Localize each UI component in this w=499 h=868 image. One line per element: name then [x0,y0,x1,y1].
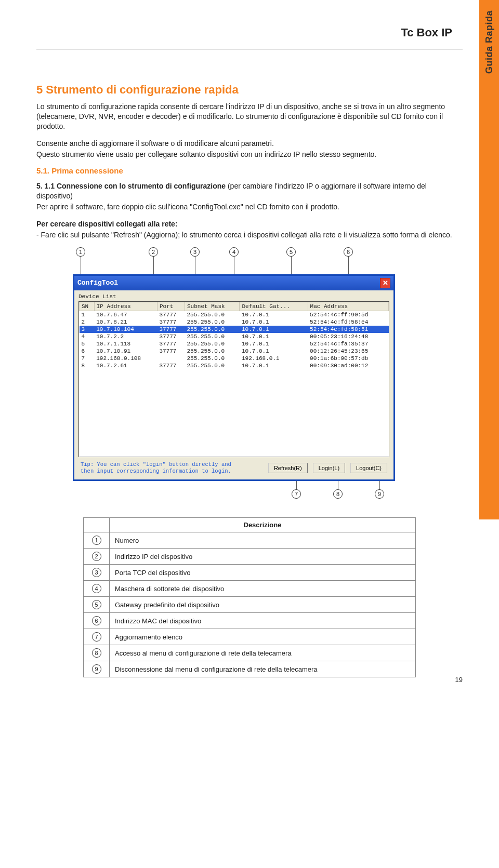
device-cell: 10.7.10.104 [94,326,157,333]
device-table: SNIP AddressPortSubnet MaskDefault Gat..… [79,302,389,369]
paragraph-search: Per cercare dispositivi collegati alla r… [36,219,463,229]
callout-line [153,257,154,274]
device-cell: 00:09:30:ad:00:12 [308,362,388,369]
device-col-header: IP Address [94,302,157,311]
desc-text-cell: Indirizzo MAC del dispositivo [110,613,416,629]
device-cell: 37777 [157,340,185,348]
callout-circle: 9 [375,489,384,499]
device-cell: 192.168.0.1 [240,355,308,362]
paragraph-connection: 5. 1.1 Connessione con lo strumento di c… [36,181,463,201]
device-cell: 00:1a:6b:90:57:db [308,355,388,362]
callouts-top: 123456 [73,247,395,274]
desc-header: Descrizione [110,518,416,532]
desc-num-circle: 3 [92,568,101,577]
desc-num-circle: 8 [92,648,101,658]
desc-text-cell: Gateway predefinito del dispositivo [110,597,416,613]
login-button[interactable]: Login(L) [313,463,345,473]
desc-text-cell: Porta TCP del dispositivo [110,565,416,581]
device-cell: 52:54:4c:fd:58:e4 [308,318,388,326]
desc-num-circle: 2 [92,552,101,561]
desc-row: 5Gateway predefinito del dispositivo [84,597,416,613]
device-cell: 00:05:23:16:24:48 [308,333,388,340]
desc-text-cell: Indirizzo IP del dispositivo [110,549,416,565]
callout-line [291,257,292,274]
desc-num-circle: 5 [92,600,101,609]
desc-row: 2Indirizzo IP del dispositivo [84,549,416,565]
device-cell: 255.255.0.0 [185,355,240,362]
callout-line [348,257,349,274]
callouts-bottom: 789 [73,481,395,502]
device-cell: 255.255.0.0 [185,340,240,348]
desc-text-cell: Aggiornamento elenco [110,629,416,645]
device-cell: 37777 [157,333,185,340]
desc-num-cell: 2 [84,549,110,565]
paragraph-intro-3: Questo strumento viene usato per collega… [36,150,463,159]
device-cell: 10.7.8.21 [94,318,157,326]
desc-num-cell: 4 [84,581,110,597]
device-cell: 10.7.0.1 [240,348,308,355]
device-cell: 1 [80,311,95,318]
callout-line [296,481,297,489]
device-cell: 5 [80,340,95,348]
device-col-header: Mac Address [308,302,388,311]
device-cell: 52:54:4c:ff:90:5d [308,311,388,318]
device-cell: 37777 [157,311,185,318]
desc-num-circle: 6 [92,616,101,625]
subsection-heading: 5.1. Prima connessione [36,166,463,175]
device-cell [157,355,185,362]
device-cell: 255.255.0.0 [185,362,240,369]
callout-line [234,257,234,274]
window-titlebar: ConfigTool ✕ [74,276,393,290]
device-cell: 52:54:4c:fa:35:37 [308,340,388,348]
device-cell: 37777 [157,362,185,369]
callout-line [81,257,81,274]
device-row[interactable]: 7192.168.0.108255.255.0.0192.168.0.100:1… [80,355,389,362]
desc-row: 7Aggiornamento elenco [84,629,416,645]
device-cell: 10.7.0.1 [240,311,308,318]
callout-circle: 3 [190,247,200,257]
paragraph-open-sw: Per aprire il software, fare doppio clic… [36,202,463,212]
device-cell: 3 [80,326,95,333]
device-cell: 10.7.6.47 [94,311,157,318]
device-cell: 37777 [157,326,185,333]
callout-circle: 1 [76,247,85,257]
desc-num-cell: 5 [84,597,110,613]
device-row[interactable]: 510.7.1.11337777255.255.0.010.7.0.152:54… [80,340,389,348]
device-cell: 255.255.0.0 [185,348,240,355]
desc-num-cell: 6 [84,613,110,629]
device-row[interactable]: 310.7.10.10437777255.255.0.010.7.0.152:5… [80,326,389,333]
device-cell: 7 [80,355,95,362]
device-cell: 37777 [157,348,185,355]
device-cell: 37777 [157,318,185,326]
device-cell: 10.7.0.1 [240,362,308,369]
desc-row: 4Maschera di sottorete del dispositivo [84,581,416,597]
close-icon[interactable]: ✕ [380,278,390,288]
desc-num-cell: 1 [84,532,110,549]
logout-button[interactable]: Logout(C) [350,463,387,473]
device-row[interactable]: 410.7.2.237777255.255.0.010.7.0.100:05:2… [80,333,389,340]
device-cell: 2 [80,318,95,326]
connection-lead: 5. 1.1 Connessione con lo strumento di c… [36,182,226,190]
device-cell: 10.7.0.1 [240,333,308,340]
window-title: ConfigTool [77,279,118,287]
callout-circle: 8 [333,489,343,499]
device-cell: 10.7.0.1 [240,318,308,326]
device-cell: 10.7.0.1 [240,326,308,333]
device-row[interactable]: 110.7.6.4737777255.255.0.010.7.0.152:54:… [80,311,389,318]
device-row[interactable]: 810.7.2.6137777255.255.0.010.7.0.100:09:… [80,362,389,369]
config-tool-window: ConfigTool ✕ Device List SNIP AddressPor… [73,274,395,481]
desc-num-circle: 9 [92,664,101,674]
device-row[interactable]: 210.7.8.2137777255.255.0.010.7.0.152:54:… [80,318,389,326]
search-lead: Per cercare dispositivi collegati alla r… [36,220,178,228]
device-cell: 00:12:26:45:23:65 [308,348,388,355]
callout-circle: 5 [286,247,296,257]
device-col-header: Port [157,302,185,311]
device-list-label: Device List [78,293,389,300]
device-cell: 4 [80,333,95,340]
desc-text-cell: Numero [110,532,416,549]
refresh-button[interactable]: Refresh(R) [268,463,308,473]
device-row[interactable]: 610.7.10.9137777255.255.0.010.7.0.100:12… [80,348,389,355]
desc-num-cell: 3 [84,565,110,581]
callout-line [338,481,338,489]
callout-circle: 2 [149,247,158,257]
